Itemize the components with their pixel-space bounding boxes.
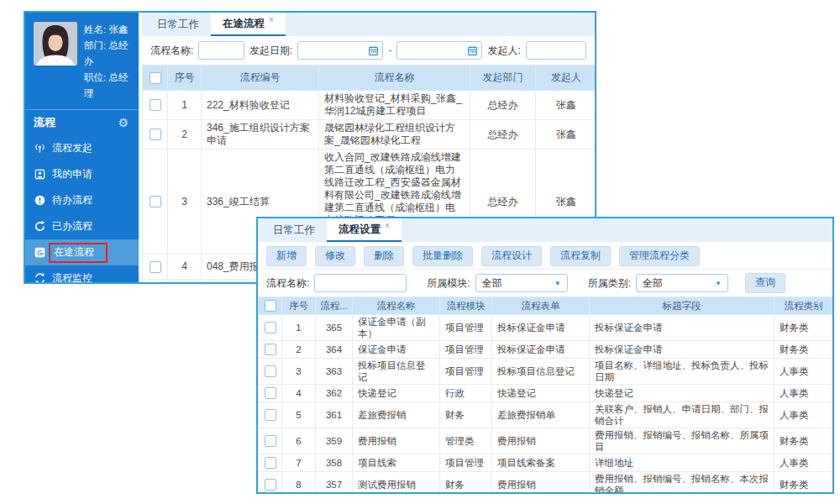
cell-code: 346_施工组织设计方案申请 [202, 120, 319, 150]
sidebar-item-6[interactable]: 流程监控 [25, 265, 139, 282]
cell-no: 2 [282, 341, 316, 359]
cell-module: 财务 [440, 402, 492, 428]
batch-delete-button[interactable]: 批量删除 [412, 246, 473, 266]
table-header-row: 序号 流程... 流程名称 流程模块 流程表单 标题字段 流程类别 [259, 297, 833, 315]
cell-no: 7 [282, 454, 316, 472]
col-header-initiator[interactable]: 发起人 [536, 66, 596, 91]
col-header-module[interactable]: 流程模块 [440, 297, 492, 315]
cell-module: 财务 [440, 472, 492, 493]
window1-filter-bar: 流程名称: 发起日期: - 发起人: [142, 36, 595, 65]
row-checkbox[interactable] [265, 365, 276, 377]
window2-toolbar: 新增修改删除批量删除流程设计流程复制管理流程分类 [258, 242, 832, 270]
select-all-checkbox[interactable] [150, 72, 161, 84]
sidebar-item-4[interactable]: 已办流程 [25, 213, 139, 239]
exclamation-circle-icon [34, 194, 46, 207]
module-select[interactable]: 全部 ▼ [475, 274, 568, 292]
cell-category: 人事类 [774, 454, 833, 472]
tab-label: 日常工作 [273, 223, 315, 238]
calendar-icon[interactable] [368, 45, 379, 56]
gear-icon[interactable]: ⚙ [118, 117, 129, 129]
table-row[interactable]: 2364保证金申请项目管理投标保证金申请投标保证金申请财务类 [259, 341, 833, 359]
row-checkbox[interactable] [150, 129, 161, 140]
flow-design-button[interactable]: 流程设计 [481, 246, 542, 266]
chevron-down-icon: ▼ [554, 280, 561, 287]
initiator-label: 发起人: [487, 44, 520, 58]
cell-code: 361 [316, 402, 353, 428]
table-row[interactable]: 2346_施工组织设计方案申请晟铭园林绿化工程组织设计方案_晟铭园林绿化工程总经… [143, 120, 596, 150]
col-header-no[interactable]: 序号 [168, 66, 202, 91]
cell-form: 项目线索备案 [492, 454, 590, 472]
edit-button[interactable]: 修改 [315, 246, 355, 266]
manage-flow-category-button[interactable]: 管理流程分类 [619, 246, 700, 266]
cell-code: 358 [316, 454, 353, 472]
desktop: 姓名: 张鑫 部门: 总经办 职位: 总经理 流程 ⚙ 流程发起我的申请待办流程… [0, 0, 840, 504]
sidebar-item-1[interactable]: 流程发起 [25, 135, 139, 161]
row-checkbox[interactable] [150, 196, 161, 207]
col-header-name[interactable]: 流程名称 [353, 297, 440, 315]
cell-category: 人事类 [774, 402, 833, 428]
row-checkbox[interactable] [265, 479, 276, 491]
initiator-input[interactable] [526, 41, 586, 60]
col-header-no[interactable]: 序号 [282, 297, 316, 315]
row-checkbox[interactable] [150, 99, 161, 111]
cell-form: 费用报销 [492, 472, 590, 493]
cell-code: 364 [316, 341, 353, 359]
col-header-form[interactable]: 流程表单 [492, 297, 590, 315]
sidebar-menu: 流程发起我的申请待办流程已办流程G在途流程流程监控流程委托被委托流程 [25, 135, 139, 282]
table-row[interactable]: 7358项目线索项目管理项目线索备案详细地址人事类 [259, 454, 833, 472]
sidebar-item-label: 流程发起 [52, 141, 92, 155]
calendar-icon[interactable] [467, 45, 478, 56]
cell-category: 财务类 [774, 428, 833, 454]
table-row[interactable]: 4362快递登记行政快递登记快递登记人事类 [259, 385, 833, 402]
col-header-code[interactable]: 流程... [316, 297, 353, 315]
table-row[interactable]: 6359费用报销管理类费用报销费用报销、报销编号、报销名称、所属项目财务类 [259, 428, 833, 454]
tab-2[interactable]: 流程设置× [327, 218, 402, 242]
tab-2[interactable]: 在途流程× [211, 13, 286, 36]
close-tab-icon[interactable]: × [385, 221, 390, 230]
table-row[interactable]: 1222_材料验收登记材料验收登记_材料采购_张鑫_华润12城房建工程项目总经办… [143, 91, 596, 120]
col-header-title-field[interactable]: 标题字段 [590, 297, 774, 315]
tab-1[interactable]: 日常工作 [145, 13, 211, 36]
row-checkbox[interactable] [265, 387, 276, 399]
tab-1[interactable]: 日常工作 [261, 218, 327, 242]
table-row[interactable]: 8357测试费用报销财务费用报销费用报销、报销编号、报销名称、本次报销金额财务类 [259, 472, 833, 493]
cell-name: 费用报销 [353, 428, 440, 454]
table-header-row: 序号 流程编号 流程名称 发起部门 发起人 [143, 66, 596, 91]
select-all-checkbox[interactable] [265, 300, 276, 312]
row-checkbox[interactable] [265, 322, 276, 333]
cell-name: 项目线索 [353, 454, 440, 472]
sidebar-item-5[interactable]: G在途流程 [25, 239, 139, 265]
delete-button[interactable]: 删除 [364, 246, 404, 266]
module-select-value: 全部 [482, 276, 502, 291]
cell-initiator: 张鑫 [536, 91, 596, 120]
row-checkbox[interactable] [265, 409, 276, 421]
flow-copy-button[interactable]: 流程复制 [550, 246, 611, 266]
workflow-name-input[interactable] [314, 274, 407, 292]
row-checkbox[interactable] [265, 457, 276, 469]
workflow-name-input[interactable] [198, 41, 244, 60]
close-tab-icon[interactable]: × [269, 15, 274, 24]
table-row[interactable]: 3363投标项目信息登记项目管理投标项目信息登记项目名称、详细地址、投标负责人、… [259, 359, 833, 385]
row-checkbox[interactable] [265, 344, 276, 355]
table-row[interactable]: 1365保证金申请（副本）项目管理投标保证金申请投标保证金申请财务类 [259, 315, 833, 341]
row-checkbox[interactable] [265, 435, 276, 447]
cell-form: 费用报销 [492, 428, 590, 454]
sidebar-item-2[interactable]: 我的申请 [25, 161, 139, 187]
cell-no: 6 [282, 428, 316, 454]
sidebar-item-3[interactable]: 待办流程 [25, 187, 139, 213]
col-header-category[interactable]: 流程类别 [774, 297, 833, 315]
tab-label: 在途流程 [223, 17, 265, 31]
sidebar-item-label: 我的申请 [52, 167, 92, 181]
category-select[interactable]: 全部 ▼ [636, 274, 728, 292]
cell-module: 项目管理 [440, 359, 492, 385]
row-checkbox[interactable] [150, 261, 161, 273]
col-header-code[interactable]: 流程编号 [202, 66, 319, 91]
search-button[interactable]: 查询 [745, 273, 785, 293]
cell-category: 财务类 [774, 315, 833, 341]
col-header-dept[interactable]: 发起部门 [470, 66, 536, 91]
cell-form: 差旅费报销单 [492, 402, 590, 428]
add-button[interactable]: 新增 [266, 246, 307, 266]
table-row[interactable]: 5361差旅费报销财务差旅费报销单关联客户、报销人、申请日期、部门、报销合计人事… [259, 402, 833, 428]
col-header-name[interactable]: 流程名称 [319, 66, 470, 91]
cell-name: 材料验收登记_材料采购_张鑫_华润12城房建工程项目 [319, 91, 470, 120]
